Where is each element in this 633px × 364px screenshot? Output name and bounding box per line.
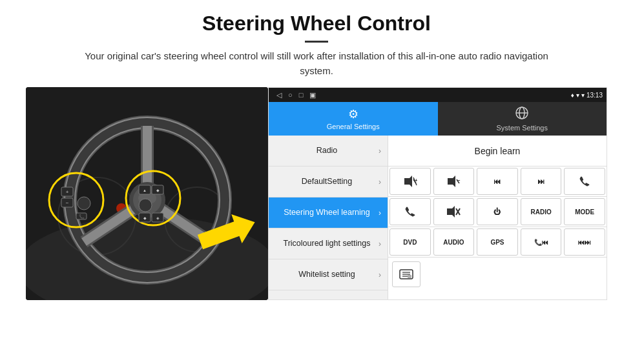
svg-text:◈: ◈ xyxy=(156,216,160,220)
content-area: + − 📞 ▲ ◆ ◆ ◈ xyxy=(26,87,607,300)
wifi-icon: ▾ xyxy=(576,92,579,99)
menu-item-default-label: DefaultSetting xyxy=(275,176,379,187)
svg-text:−: − xyxy=(457,177,461,183)
mute-button[interactable] xyxy=(433,198,475,225)
back-icon[interactable]: ◁ xyxy=(276,91,282,99)
tab-system-label: System Settings xyxy=(497,124,548,132)
chevron-icon-whitelist: › xyxy=(379,270,381,279)
recent-icon[interactable]: □ xyxy=(299,91,304,99)
page-wrapper: Steering Wheel Control Your original car… xyxy=(0,0,633,307)
phone-answer-button[interactable] xyxy=(564,168,605,195)
svg-text:+: + xyxy=(415,177,417,183)
title-section: Steering Wheel Control Your original car… xyxy=(26,12,607,78)
audio-button[interactable]: AUDIO xyxy=(433,228,475,256)
status-bar: ◁ ○ □ ▣ ♦ ▾ ▾ 13:13 xyxy=(269,88,607,102)
signal-icon: ▾ xyxy=(581,92,585,99)
location-icon: ♦ xyxy=(571,92,574,99)
svg-text:+: + xyxy=(66,189,69,195)
main-content: Radio › DefaultSetting › Steering Wheel … xyxy=(269,136,607,299)
nav-icons: ◁ ○ □ ▣ xyxy=(276,91,316,99)
steering-wheel-image: + − 📞 ▲ ◆ ◆ ◈ xyxy=(26,87,268,300)
skip-combo-button[interactable]: ⏮⏭ xyxy=(564,228,605,256)
right-panel: Begin learn + − ⏮ ⏭ xyxy=(388,136,607,299)
menu-item-tricoloured[interactable]: Tricoloured light settings › xyxy=(269,228,388,259)
page-title: Steering Wheel Control xyxy=(26,12,607,35)
tab-general[interactable]: ⚙ General Settings xyxy=(269,102,438,136)
svg-point-23 xyxy=(78,197,90,210)
phone-skip-button[interactable]: 📞⏮ xyxy=(521,228,562,256)
menu-list: Radio › DefaultSetting › Steering Wheel … xyxy=(269,136,388,299)
menu-item-radio-label: Radio xyxy=(275,145,379,156)
page-subtitle: Your original car's steering wheel contr… xyxy=(84,49,549,78)
dvd-button[interactable]: DVD xyxy=(389,228,431,256)
svg-marker-43 xyxy=(448,176,455,187)
skip-back-button[interactable]: ⏮ xyxy=(477,168,518,195)
gps-button[interactable]: GPS xyxy=(477,228,518,256)
general-settings-icon: ⚙ xyxy=(348,107,358,121)
time-display: 13:13 xyxy=(586,92,603,99)
svg-text:◆: ◆ xyxy=(156,188,160,192)
menu-item-radio[interactable]: Radio › xyxy=(269,136,388,167)
chevron-icon-radio: › xyxy=(379,147,381,156)
control-row-1: + − ⏮ ⏭ xyxy=(388,167,607,197)
control-row-2: ⏻ RADIO MODE xyxy=(388,197,607,227)
chevron-icon-tricoloured: › xyxy=(379,239,381,248)
status-icons: ♦ ▾ ▾ 13:13 xyxy=(571,92,603,99)
screenshot-icon[interactable]: ▣ xyxy=(309,91,316,99)
svg-text:−: − xyxy=(66,200,69,206)
home-icon[interactable]: ○ xyxy=(288,91,293,99)
menu-item-whitelist[interactable]: Whitelist setting › xyxy=(269,259,388,290)
tab-system[interactable]: System Settings xyxy=(438,102,607,136)
vol-down-button[interactable]: − xyxy=(433,168,475,195)
control-row-3: DVD AUDIO GPS 📞⏮ ⏮⏭ xyxy=(388,227,607,258)
chevron-icon-default: › xyxy=(379,177,381,187)
call-end-button[interactable] xyxy=(389,198,431,225)
begin-learn-row: Begin learn xyxy=(388,136,607,167)
android-ui: ◁ ○ □ ▣ ♦ ▾ ▾ 13:13 ⚙ General Settings xyxy=(268,87,607,300)
menu-item-tricoloured-label: Tricoloured light settings xyxy=(275,238,379,248)
svg-rect-53 xyxy=(408,275,411,278)
list-icon-button[interactable] xyxy=(392,261,420,287)
svg-point-30 xyxy=(139,199,152,212)
radio-button[interactable]: RADIO xyxy=(521,198,562,225)
begin-learn-button[interactable]: Begin learn xyxy=(475,146,521,156)
menu-item-whitelist-label: Whitelist setting xyxy=(275,269,379,279)
tab-general-label: General Settings xyxy=(327,123,380,130)
vol-up-button[interactable]: + xyxy=(389,168,431,195)
system-settings-icon xyxy=(515,106,528,123)
chevron-icon-steering: › xyxy=(379,208,381,217)
svg-text:▲: ▲ xyxy=(143,188,147,192)
tab-bar: ⚙ General Settings System Settings xyxy=(269,102,607,136)
menu-item-steering[interactable]: Steering Wheel learning › xyxy=(269,197,388,228)
power-button[interactable]: ⏻ xyxy=(477,198,518,225)
mode-button[interactable]: MODE xyxy=(564,198,605,225)
svg-marker-39 xyxy=(404,176,412,187)
menu-item-default[interactable]: DefaultSetting › xyxy=(269,167,388,197)
svg-text:◆: ◆ xyxy=(143,216,147,220)
menu-item-steering-label: Steering Wheel learning xyxy=(275,207,379,217)
skip-fwd-button[interactable]: ⏭ xyxy=(521,168,562,195)
svg-text:📞: 📞 xyxy=(79,214,85,219)
title-divider xyxy=(305,41,328,43)
svg-marker-46 xyxy=(447,206,455,217)
control-row-4 xyxy=(388,258,607,291)
